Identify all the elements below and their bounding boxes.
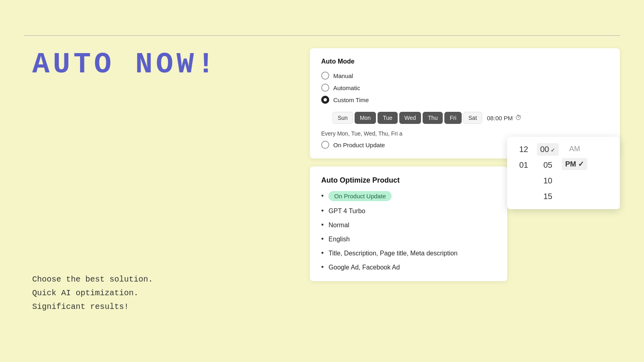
radio-circle-automatic: [321, 84, 329, 92]
radio-manual[interactable]: Manual: [321, 72, 609, 80]
day-btn-sat[interactable]: Sat: [463, 112, 482, 124]
optimize-item-3-label: English: [328, 236, 349, 243]
tagline-line-2: Quick AI optimization.: [32, 286, 153, 300]
hours-col: 12 01: [514, 143, 534, 171]
minute-00[interactable]: 00✓: [537, 143, 559, 156]
radio-circle-custom-time: [321, 96, 329, 104]
time-picker-cols: 12 01 00✓ 05 10 15 AM PM ✓: [514, 143, 613, 203]
day-btn-mon[interactable]: Mon: [355, 112, 376, 124]
ampm-pm[interactable]: PM ✓: [562, 158, 587, 170]
day-time-row: Sun Mon Tue Wed Thu Fri Sat 08:00 PM ⏱: [332, 112, 609, 124]
optimize-item-1-label: GPT 4 Turbo: [328, 208, 365, 215]
radio-circle-on-product-update: [321, 141, 329, 149]
radio-label-custom-time: Custom Time: [333, 97, 369, 103]
time-display: 08:00 PM ⏱: [487, 114, 522, 121]
radio-automatic[interactable]: Automatic: [321, 84, 609, 92]
tagline: Choose the best solution. Quick AI optim…: [32, 273, 153, 314]
minute-10[interactable]: 10: [537, 175, 559, 187]
minute-05[interactable]: 05: [537, 159, 559, 171]
optimize-item-2-label: Normal: [328, 222, 349, 229]
optimize-item-5: Google Ad, Facebook Ad: [321, 263, 496, 272]
optimize-item-3: English: [321, 235, 496, 243]
day-btn-fri[interactable]: Fri: [444, 112, 461, 124]
optimize-card: Auto Optimize Product On Product Update …: [310, 167, 507, 281]
ampm-am[interactable]: AM: [562, 143, 587, 155]
optimize-item-5-label: Google Ad, Facebook Ad: [328, 264, 400, 271]
optimize-list: On Product Update GPT 4 Turbo Normal Eng…: [321, 191, 496, 272]
day-btn-sun[interactable]: Sun: [332, 112, 353, 124]
hero-title: AUTO NOW!: [32, 48, 218, 81]
on-product-update-label: On Product Update: [333, 142, 385, 148]
minute-15[interactable]: 15: [537, 190, 559, 203]
optimize-item-4-label: Title, Description, Page title, Meta des…: [328, 250, 457, 257]
optimize-item-2: Normal: [321, 221, 496, 229]
day-btn-thu[interactable]: Thu: [423, 112, 443, 124]
radio-custom-time[interactable]: Custom Time: [321, 96, 609, 104]
radio-circle-manual: [321, 72, 329, 80]
top-divider: [24, 35, 620, 36]
radio-group: Manual Automatic Custom Time: [321, 72, 609, 104]
on-product-update-badge: On Product Update: [328, 191, 391, 201]
minutes-col: 00✓ 05 10 15: [537, 143, 559, 203]
day-btn-wed[interactable]: Wed: [399, 112, 421, 124]
day-btn-tue[interactable]: Tue: [378, 112, 398, 124]
auto-mode-title: Auto Mode: [321, 58, 609, 65]
optimize-title: Auto Optimize Product: [321, 176, 496, 185]
radio-label-automatic: Automatic: [333, 84, 360, 91]
time-value: 08:00 PM: [487, 115, 513, 121]
auto-mode-card: Auto Mode Manual Automatic Custom Time S…: [310, 48, 620, 158]
right-panel: Auto Mode Manual Automatic Custom Time S…: [310, 48, 620, 281]
schedule-text: Every Mon, Tue, Wed, Thu, Fri a: [321, 130, 609, 137]
hour-01[interactable]: 01: [514, 159, 534, 171]
time-picker-overlay: 12 01 00✓ 05 10 15 AM PM ✓: [507, 137, 620, 209]
hour-12[interactable]: 12: [514, 143, 534, 156]
optimize-item-0: On Product Update: [321, 191, 496, 201]
optimize-item-1: GPT 4 Turbo: [321, 207, 496, 215]
optimize-item-4: Title, Description, Page title, Meta des…: [321, 249, 496, 257]
tagline-line-3: Significant results!: [32, 300, 153, 314]
clock-icon: ⏱: [515, 114, 522, 121]
ampm-col: AM PM ✓: [562, 143, 587, 170]
radio-label-manual: Manual: [333, 72, 353, 79]
tagline-line-1: Choose the best solution.: [32, 273, 153, 286]
